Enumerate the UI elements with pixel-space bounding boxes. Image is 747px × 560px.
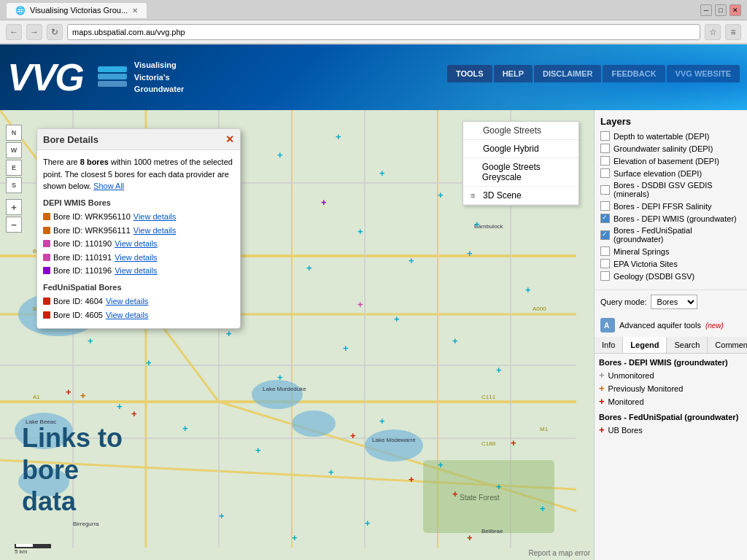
close-button[interactable]: ✕ [729,4,741,16]
tab-title: Visualising Victorias Grou... [30,6,128,15]
forward-button[interactable]: → [26,24,42,40]
bore-marker[interactable]: + [474,219,480,229]
view-details-link-5[interactable]: View details [115,265,158,277]
bore-marker[interactable]: + [467,249,473,258]
tab-search[interactable]: Search [667,337,708,353]
minimize-button[interactable]: ─ [700,4,712,16]
bore-marker-red[interactable]: + [131,409,137,419]
advanced-tools-row[interactable]: A Advanced aquifer tools (new) [595,314,747,337]
bore-marker[interactable]: + [379,416,385,426]
tab-info[interactable]: Info [595,337,623,353]
view-details-link-3[interactable]: View details [115,238,158,250]
layer-checkbox-6[interactable] [600,201,610,211]
bore-marker[interactable]: + [343,343,349,353]
bore-marker[interactable]: + [496,365,502,375]
layer-checkbox-2[interactable] [600,144,610,153]
bore-marker-red[interactable]: + [350,431,356,440]
bore-marker[interactable]: + [292,533,298,542]
query-mode-select[interactable]: Bores Layers [651,295,697,309]
svg-text:C111: C111 [481,394,496,400]
maximize-button[interactable]: □ [715,4,727,16]
layer-label-4: Surface elevation (DEPI) [614,169,702,178]
south-indicator: S [6,177,22,193]
bore-marker[interactable]: + [452,336,458,346]
bore-marker[interactable]: + [438,460,444,470]
tab-close-button[interactable]: ✕ [132,7,138,15]
zoom-out-button[interactable]: − [6,217,22,233]
bore-marker[interactable]: + [306,263,312,273]
tab-comment[interactable]: Comment [708,337,747,353]
show-all-link[interactable]: Show All [93,182,124,190]
view-details-link-4[interactable]: View details [115,252,158,264]
bore-marker[interactable]: + [117,402,123,411]
view-details-link-6[interactable]: View details [106,295,149,308]
layer-checkbox-7[interactable] [600,214,610,223]
bore-entry-3: Bore ID: 110190 View details [43,238,234,250]
address-bar[interactable] [67,24,700,40]
map-type-hybrid[interactable]: Google Hybrid [463,140,578,158]
bore-marker[interactable]: + [394,314,400,324]
bore-marker-red[interactable]: + [467,533,473,542]
bore-entry-5: Bore ID: 110196 View details [43,265,234,277]
bore-marker[interactable]: + [277,373,283,382]
layer-checkbox-8[interactable] [600,230,610,240]
bore-marker[interactable]: + [226,329,232,338]
view-details-link-2[interactable]: View details [133,225,177,237]
layer-checkbox-11[interactable] [600,271,610,281]
bore-marker[interactable]: + [88,336,93,346]
bore-marker[interactable]: + [379,168,385,178]
bore-marker[interactable]: + [219,511,225,521]
bore-marker[interactable]: + [255,446,261,455]
map-type-3d[interactable]: ≡ 3D Scene [463,187,578,205]
layer-checkbox-10[interactable] [600,259,610,268]
bore-marker-red[interactable]: + [452,489,458,499]
layer-label-3: Elevation of basement (DEPI) [614,157,719,166]
bore-marker[interactable]: + [365,518,371,528]
layer-item-4: Surface elevation (DEPI) [600,168,741,178]
bore-marker-orange[interactable]: + [80,391,86,400]
zoom-in-button[interactable]: + [6,199,22,215]
view-details-link-1[interactable]: View details [133,211,177,223]
bore-marker[interactable]: + [438,190,444,200]
layer-checkbox-4[interactable] [600,168,610,178]
bore-marker[interactable]: + [182,424,188,433]
tab-legend[interactable]: Legend [623,337,667,353]
layer-label-1: Depth to watertable (DEPI) [614,132,709,141]
map-area[interactable]: State Forest B140 B140 A1 A000 M1 C111 C… [0,110,594,560]
bore-marker[interactable]: + [540,504,546,513]
ub-bores-label: UB Bores [608,426,643,435]
chrome-menu-button[interactable]: ≡ [725,24,741,40]
bore-marker[interactable]: + [336,132,341,141]
bore-marker-red[interactable]: + [511,438,516,448]
view-details-link-7[interactable]: View details [106,309,149,322]
refresh-button[interactable]: ↻ [47,24,63,40]
map-type-streets[interactable]: Google Streets [463,122,578,140]
layer-item-6: Bores - DEPI FFSR Salinity [600,201,741,211]
layer-checkbox-5[interactable] [600,185,610,195]
popup-close-button[interactable]: ✕ [225,133,234,145]
star-button[interactable]: ☆ [705,24,721,40]
window-controls: ─ □ ✕ [700,4,741,16]
bore-marker-red[interactable]: + [409,475,414,484]
bore-marker-purple[interactable]: + [321,198,327,207]
bore-marker[interactable]: + [357,227,363,236]
map-type-greyscale[interactable]: Google Streets Greyscale [463,158,578,187]
map-type-dropdown[interactable]: Google Streets Google Hybrid Google Stre… [462,121,579,206]
bore-marker[interactable]: + [277,150,283,160]
svg-text:A1: A1 [33,394,40,400]
report-map-error[interactable]: Report a map error [529,549,590,557]
back-button[interactable]: ← [6,24,22,40]
bore-marker[interactable]: + [328,467,334,477]
header-tagline: Visualising Victoria's Groundwater [134,59,184,96]
bore-marker[interactable]: + [496,482,502,491]
layer-checkbox-9[interactable] [600,246,610,256]
bore-marker[interactable]: + [409,256,414,265]
layer-checkbox-1[interactable] [600,131,610,141]
depi-section-title: DEPI WMIS Bores [43,197,234,209]
bore-marker-red[interactable]: + [66,387,71,397]
bore-marker-pink[interactable]: + [357,300,363,309]
bore-marker[interactable]: + [146,358,152,368]
bore-marker[interactable]: + [525,285,531,295]
browser-tab[interactable]: 🌐 Visualising Victorias Grou... ✕ [6,2,147,18]
layer-checkbox-3[interactable] [600,156,610,166]
